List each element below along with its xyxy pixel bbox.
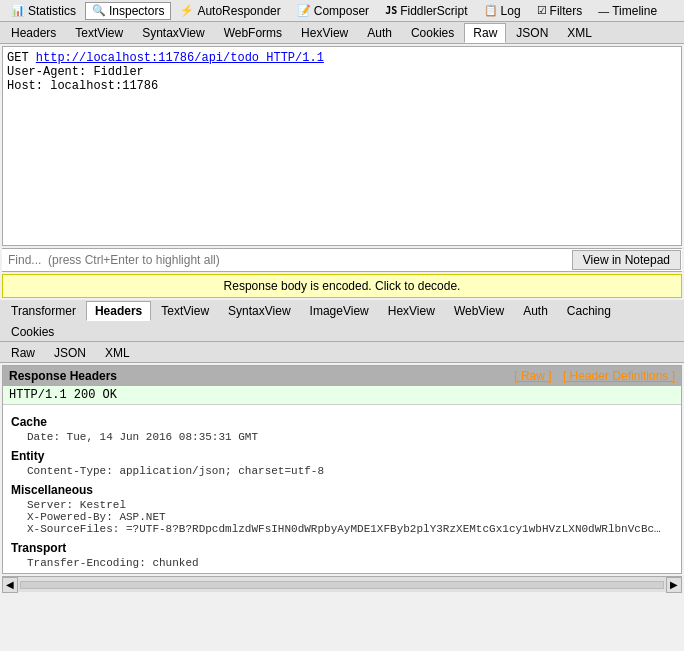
notice-bar[interactable]: Response body is encoded. Click to decod… <box>2 274 682 298</box>
tab-response-caching[interactable]: Caching <box>558 301 620 321</box>
tab-response-textview[interactable]: TextView <box>152 301 218 321</box>
nav-filters[interactable]: ☑ Filters <box>530 2 590 20</box>
header-x-powered-by: X-Powered-By: ASP.NET <box>27 511 673 523</box>
nav-fiddlerscript[interactable]: JS FiddlerScript <box>378 2 474 20</box>
http-status-line: HTTP/1.1 200 OK <box>3 386 681 405</box>
horizontal-scrollbar[interactable]: ◀ ▶ <box>2 576 682 592</box>
tab-request-cookies[interactable]: Cookies <box>402 23 463 43</box>
header-server: Server: Kestrel <box>27 499 673 511</box>
request-method: GET <box>7 51 36 65</box>
header-content-type: Content-Type: application/json; charset=… <box>27 465 673 477</box>
scroll-track[interactable] <box>20 581 664 589</box>
header-date: Date: Tue, 14 Jun 2016 08:35:31 GMT <box>27 431 673 443</box>
composer-icon: 📝 <box>297 4 311 17</box>
tab-request-hexview[interactable]: HexView <box>292 23 357 43</box>
header-x-sourcefiles: X-SourceFiles: =?UTF-8?B?RDpcdmlzdWFsIHN… <box>27 523 667 535</box>
nav-composer[interactable]: 📝 Composer <box>290 2 376 20</box>
response-headers-label: Response Headers <box>9 369 117 383</box>
tab-response-xml[interactable]: XML <box>96 343 139 362</box>
top-navigation: 📊 Statistics 🔍 Inspectors ⚡ AutoResponde… <box>0 0 684 22</box>
tab-request-webforms[interactable]: WebForms <box>215 23 291 43</box>
fiddlerscript-icon: JS <box>385 5 397 16</box>
log-icon: 📋 <box>484 4 498 17</box>
nav-autoresponder[interactable]: ⚡ AutoResponder <box>173 2 287 20</box>
search-input[interactable] <box>2 250 571 270</box>
nav-log[interactable]: 📋 Log <box>477 2 528 20</box>
tab-request-textview[interactable]: TextView <box>66 23 132 43</box>
nav-statistics[interactable]: 📊 Statistics <box>4 2 83 20</box>
response-tab-bar-bottom: Raw JSON XML <box>0 342 684 363</box>
section-miscellaneous: Miscellaneous <box>11 483 673 497</box>
tab-response-headers[interactable]: Headers <box>86 301 151 321</box>
tab-response-raw[interactable]: Raw <box>2 343 44 362</box>
scroll-right-button[interactable]: ▶ <box>666 577 682 593</box>
tab-request-raw[interactable]: Raw <box>464 23 506 43</box>
response-headers-title-bar: Response Headers [ Raw ] [ Header Defini… <box>3 366 681 386</box>
tab-response-hexview[interactable]: HexView <box>379 301 444 321</box>
tab-response-syntaxview[interactable]: SyntaxView <box>219 301 299 321</box>
response-headers-body: Cache Date: Tue, 14 Jun 2016 08:35:31 GM… <box>3 405 681 573</box>
request-tab-bar: Headers TextView SyntaxView WebForms Hex… <box>0 22 684 44</box>
raw-link[interactable]: [ Raw ] <box>514 369 551 383</box>
timeline-icon: — <box>598 5 609 17</box>
inspectors-icon: 🔍 <box>92 4 106 17</box>
tab-request-syntaxview[interactable]: SyntaxView <box>133 23 213 43</box>
header-definitions-link[interactable]: [ Header Definitions ] <box>563 369 675 383</box>
tab-response-json[interactable]: JSON <box>45 343 95 362</box>
tab-request-headers[interactable]: Headers <box>2 23 65 43</box>
request-header-useragent: User-Agent: Fiddler <box>7 65 677 79</box>
search-bar: View in Notepad <box>2 248 682 272</box>
tab-request-json[interactable]: JSON <box>507 23 557 43</box>
tab-response-webview[interactable]: WebView <box>445 301 513 321</box>
request-content-area: GET http://localhost:11786/api/todo HTTP… <box>2 46 682 246</box>
response-tab-bar-top: Transformer Headers TextView SyntaxView … <box>0 300 684 342</box>
tab-response-transformer[interactable]: Transformer <box>2 301 85 321</box>
section-entity: Entity <box>11 449 673 463</box>
filters-icon: ☑ <box>537 4 547 17</box>
tab-response-cookies[interactable]: Cookies <box>2 322 63 341</box>
tab-response-imageview[interactable]: ImageView <box>301 301 378 321</box>
response-headers-links: [ Raw ] [ Header Definitions ] <box>506 369 675 383</box>
request-header-host: Host: localhost:11786 <box>7 79 677 93</box>
statistics-icon: 📊 <box>11 4 25 17</box>
header-transfer-encoding: Transfer-Encoding: chunked <box>27 557 673 569</box>
section-transport: Transport <box>11 541 673 555</box>
request-url[interactable]: http://localhost:11786/api/todo HTTP/1.1 <box>36 51 324 65</box>
tab-response-auth[interactable]: Auth <box>514 301 557 321</box>
scroll-left-button[interactable]: ◀ <box>2 577 18 593</box>
nav-timeline[interactable]: — Timeline <box>591 2 664 20</box>
nav-inspectors[interactable]: 🔍 Inspectors <box>85 2 171 20</box>
autoresponder-icon: ⚡ <box>180 4 194 17</box>
request-line: GET http://localhost:11786/api/todo HTTP… <box>7 51 677 65</box>
response-headers-section: Response Headers [ Raw ] [ Header Defini… <box>2 365 682 574</box>
tab-request-auth[interactable]: Auth <box>358 23 401 43</box>
tab-request-xml[interactable]: XML <box>558 23 601 43</box>
section-cache: Cache <box>11 415 673 429</box>
view-notepad-button[interactable]: View in Notepad <box>572 250 681 270</box>
